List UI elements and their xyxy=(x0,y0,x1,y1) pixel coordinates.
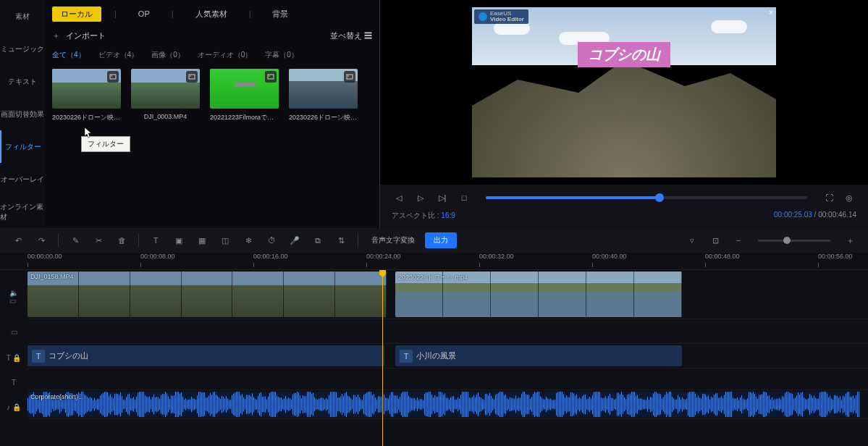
record-icon[interactable]: ⧉ xyxy=(308,231,327,250)
undo-button[interactable]: ↶ xyxy=(9,231,28,250)
playbar[interactable] xyxy=(486,196,807,199)
video-clip-0[interactable]: DJI_0158.MP4 xyxy=(28,272,387,317)
redo-button[interactable]: ↷ xyxy=(32,231,51,250)
text-track-icon[interactable]: T 🔒 xyxy=(4,354,23,362)
zoom-fit-icon[interactable]: ⊡ xyxy=(706,231,725,250)
audio-clip[interactable]: Corporate(short)... xyxy=(28,392,860,417)
cut-icon[interactable]: ✂ xyxy=(89,231,108,250)
svg-rect-225 xyxy=(342,394,342,415)
text2-track-icon[interactable]: T xyxy=(4,379,23,387)
overlay-track[interactable] xyxy=(28,319,868,344)
svg-rect-529 xyxy=(782,396,783,413)
zoom-slider[interactable] xyxy=(758,240,830,242)
snapshot-icon[interactable]: ◎ xyxy=(842,190,856,205)
ad-close-icon[interactable]: × xyxy=(769,9,773,17)
audio-track-icon[interactable]: ♪ 🔒 xyxy=(4,403,23,411)
filter-link-1[interactable]: ビデオ（4） xyxy=(98,50,139,60)
svg-rect-223 xyxy=(339,397,340,411)
side-tab-3[interactable]: 画面切替効果 xyxy=(0,98,45,130)
delete-icon[interactable]: 🗑 xyxy=(112,231,131,250)
preview-viewport[interactable]: コブシの山 EaseUSVideo Editor × xyxy=(380,0,868,185)
svg-rect-357 xyxy=(533,394,534,415)
side-tab-4[interactable]: フィルター xyxy=(0,130,45,163)
crop-tool-icon[interactable]: ▣ xyxy=(169,231,188,250)
source-tab-2[interactable]: 人気素材 xyxy=(187,7,236,22)
zoom-in-icon[interactable]: ＋ xyxy=(840,231,859,250)
filter-link-2[interactable]: 画像（0） xyxy=(151,50,185,60)
text-clip-1[interactable]: T小川の風景 xyxy=(395,345,682,366)
svg-rect-81 xyxy=(133,397,134,411)
time-ruler[interactable]: 00:00:00.0000:00:08.0000:00:16.0000:00:2… xyxy=(0,253,868,270)
freeze-icon[interactable]: ❄ xyxy=(239,231,258,250)
side-tab-6[interactable]: オンライン素材 xyxy=(0,195,45,228)
source-tab-3[interactable]: 背景 xyxy=(264,7,297,22)
svg-rect-173 xyxy=(266,400,267,410)
filter-link-4[interactable]: 字幕（0） xyxy=(265,50,298,60)
filter-link-0[interactable]: 全て（4） xyxy=(52,50,85,60)
svg-rect-412 xyxy=(612,398,613,411)
playhead[interactable] xyxy=(382,270,383,446)
stop-button[interactable]: □ xyxy=(457,190,471,205)
svg-rect-392 xyxy=(583,395,584,413)
video-track[interactable]: DJI_0158.MP420230226ドローン.mp4 xyxy=(28,270,868,319)
svg-rect-407 xyxy=(605,396,606,413)
svg-rect-331 xyxy=(495,395,496,414)
ad-badge[interactable]: EaseUSVideo Editor xyxy=(474,9,528,24)
sort-button[interactable]: 並べ替え ☰ xyxy=(330,30,372,41)
text-tool-icon[interactable]: T xyxy=(146,231,165,250)
text-track[interactable]: Tコブシの山T小川の風景 xyxy=(28,344,868,369)
export-button[interactable]: 出力 xyxy=(425,232,457,248)
side-tab-2[interactable]: テキスト xyxy=(0,65,45,98)
text-track-2[interactable] xyxy=(28,369,868,390)
mix-icon[interactable]: ⇅ xyxy=(332,231,350,250)
overlay-track-icon[interactable]: ▭ xyxy=(4,328,23,336)
source-tab-0[interactable]: ローカル xyxy=(52,7,101,22)
svg-rect-454 xyxy=(673,398,674,411)
svg-rect-453 xyxy=(672,397,673,412)
mosaic-icon[interactable]: ▦ xyxy=(193,231,211,250)
side-tab-5[interactable]: オーバーレイ xyxy=(0,163,45,195)
svg-rect-400 xyxy=(595,392,596,417)
media-thumb-2[interactable]: 20221223Filmoraでク... xyxy=(210,69,279,122)
text-clip-0[interactable]: Tコブシの山 xyxy=(28,345,384,366)
side-tab-0[interactable]: 素材 xyxy=(0,0,45,33)
zoom-out-icon[interactable]: − xyxy=(729,231,748,250)
svg-rect-193 xyxy=(295,393,296,416)
svg-rect-551 xyxy=(814,395,814,413)
edit-icon[interactable]: ✎ xyxy=(66,231,85,250)
speech-to-text-button[interactable]: 音声文字変換 xyxy=(366,233,421,248)
svg-rect-404 xyxy=(601,397,602,411)
mask-icon[interactable]: ◫ xyxy=(216,231,235,250)
media-thumb-1[interactable]: DJI_0003.MP4 xyxy=(131,69,200,122)
prev-frame-button[interactable]: ◁ xyxy=(392,190,406,205)
svg-rect-172 xyxy=(265,396,266,413)
speed-icon[interactable]: ⏱ xyxy=(262,231,281,250)
svg-rect-467 xyxy=(692,392,693,417)
crop-icon[interactable]: ⛶ xyxy=(822,190,836,205)
import-button[interactable]: インポート xyxy=(66,30,106,41)
video-track-icon[interactable]: 🔈▭ xyxy=(4,289,23,305)
plus-icon[interactable]: ＋ xyxy=(52,30,60,41)
aspect-ratio[interactable]: アスペクト比 : 16:9 xyxy=(392,211,455,221)
next-frame-button[interactable]: ▷| xyxy=(435,190,450,205)
video-clip-1[interactable]: 20230226ドローン.mp4 xyxy=(395,272,682,317)
svg-rect-72 xyxy=(120,392,121,416)
source-tab-1[interactable]: OP xyxy=(130,7,159,20)
marker-icon[interactable]: ▿ xyxy=(683,231,701,250)
side-tab-1[interactable]: ミュージック xyxy=(0,33,45,65)
svg-rect-349 xyxy=(521,394,522,415)
svg-rect-262 xyxy=(395,395,396,413)
svg-rect-479 xyxy=(709,400,710,410)
play-button[interactable]: ▷ xyxy=(413,190,428,205)
media-thumb-3[interactable]: 20230226ドローン映像... xyxy=(289,69,358,122)
media-thumb-0[interactable]: 20230226ドローン映像... xyxy=(52,69,121,122)
svg-rect-419 xyxy=(623,395,623,414)
svg-rect-219 xyxy=(333,392,334,417)
svg-rect-125 xyxy=(197,395,198,413)
filter-link-3[interactable]: オーディオ（0） xyxy=(198,50,253,60)
audio-icon[interactable]: 🎤 xyxy=(285,231,304,250)
svg-rect-198 xyxy=(303,395,303,413)
svg-rect-65 xyxy=(110,395,111,415)
svg-rect-333 xyxy=(498,393,499,416)
audio-track[interactable]: Corporate(short)... xyxy=(28,390,868,419)
